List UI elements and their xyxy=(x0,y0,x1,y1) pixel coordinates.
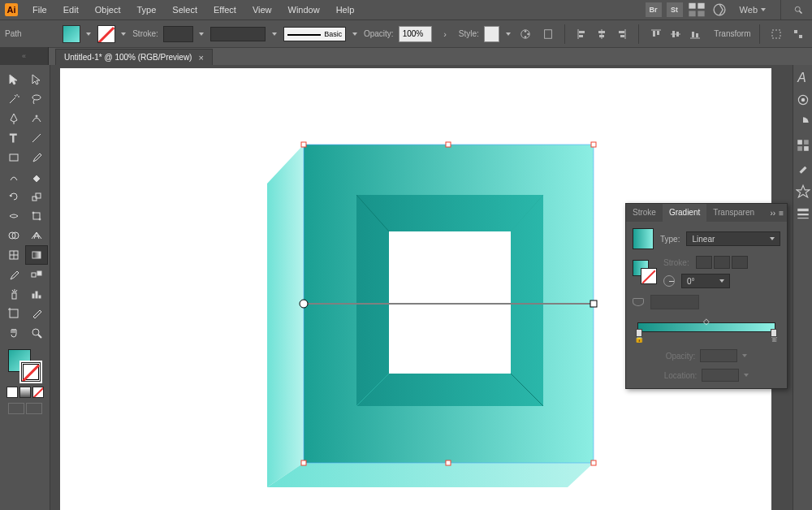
gradient-fill-stroke-toggle[interactable] xyxy=(633,260,657,284)
document-setup-icon[interactable] xyxy=(539,25,556,43)
variable-width-dropdown[interactable] xyxy=(270,32,279,36)
style-dropdown[interactable] xyxy=(504,32,512,36)
transform-label[interactable]: Transform xyxy=(714,29,750,38)
document-tab[interactable]: Untitled-1* @ 100% (RGB/Preview) × xyxy=(55,49,213,65)
stroke-gradient-within[interactable] xyxy=(696,256,712,269)
brush-dropdown[interactable] xyxy=(351,32,359,36)
swatches-panel-icon[interactable] xyxy=(796,138,810,153)
stroke-dropdown[interactable] xyxy=(120,32,128,36)
menu-select[interactable]: Select xyxy=(164,0,205,19)
gradient-slider[interactable]: ◇ xyxy=(637,322,775,332)
gradient-tool[interactable] xyxy=(25,245,48,265)
libraries-panel-icon[interactable] xyxy=(796,93,810,107)
column-graph-tool[interactable] xyxy=(25,284,48,304)
lasso-tool[interactable] xyxy=(25,89,48,109)
blend-tool[interactable] xyxy=(25,265,48,284)
opacity-flyout[interactable]: › xyxy=(437,25,454,43)
free-transform-tool[interactable] xyxy=(25,206,48,226)
tab-stroke[interactable]: Stroke xyxy=(626,204,663,222)
rotate-tool[interactable] xyxy=(2,187,25,206)
stroke-weight-input[interactable] xyxy=(163,26,193,42)
color-panel-icon[interactable] xyxy=(796,115,810,130)
slice-tool[interactable] xyxy=(25,304,48,323)
stroke-panel-icon[interactable] xyxy=(796,206,810,221)
selection-tool[interactable] xyxy=(2,70,25,89)
recolor-artwork-icon[interactable] xyxy=(517,25,534,43)
variable-width-profile[interactable] xyxy=(210,27,266,41)
stroke-gradient-across[interactable] xyxy=(732,256,748,269)
arrange-documents-icon[interactable] xyxy=(688,2,706,17)
menu-edit[interactable]: Edit xyxy=(55,0,87,19)
paintbrush-tool[interactable] xyxy=(25,148,48,167)
menu-view[interactable]: View xyxy=(244,0,280,19)
bridge-button[interactable]: Br xyxy=(646,2,662,17)
stroke-gradient-along[interactable] xyxy=(714,256,730,269)
tab-transparency[interactable]: Transparen xyxy=(706,204,761,222)
menu-help[interactable]: Help xyxy=(328,0,363,19)
properties-panel-icon[interactable]: A xyxy=(796,70,810,84)
align-bottom-icon[interactable] xyxy=(686,25,704,43)
align-right-icon[interactable] xyxy=(612,25,630,43)
panel-expand-icon[interactable]: ›› xyxy=(770,209,775,218)
brushes-panel-icon[interactable] xyxy=(796,161,810,175)
shape-builder-tool[interactable] xyxy=(2,226,25,245)
graphic-style-swatch[interactable] xyxy=(484,26,499,42)
select-similar-icon[interactable] xyxy=(790,25,807,43)
gradient-panel[interactable]: Stroke Gradient Transparen ›› ≡ Type: Li… xyxy=(625,203,788,389)
gradient-stop-start[interactable] xyxy=(636,329,642,337)
stroke-swatch[interactable] xyxy=(97,25,114,43)
scale-tool[interactable] xyxy=(25,187,48,206)
menu-object[interactable]: Object xyxy=(87,0,129,19)
gradient-angle-input[interactable]: 0° xyxy=(681,274,730,288)
direct-selection-tool[interactable] xyxy=(25,70,48,89)
shaper-tool[interactable] xyxy=(2,167,25,187)
change-screen-mode[interactable] xyxy=(26,403,42,414)
type-tool[interactable]: T xyxy=(2,128,25,148)
opacity-input[interactable]: 100% xyxy=(399,26,432,42)
mesh-tool[interactable] xyxy=(2,245,25,265)
zoom-tool[interactable] xyxy=(25,323,48,343)
magic-wand-tool[interactable] xyxy=(2,89,25,109)
curvature-tool[interactable] xyxy=(25,109,48,128)
artboard-tool[interactable] xyxy=(2,304,25,323)
isolate-group-icon[interactable] xyxy=(767,25,784,43)
perspective-grid-tool[interactable] xyxy=(25,226,48,245)
brush-definition[interactable]: Basic xyxy=(283,27,347,41)
search-icon[interactable] xyxy=(789,2,807,17)
align-vcenter-icon[interactable] xyxy=(667,25,685,43)
hand-tool[interactable] xyxy=(2,323,25,343)
gradient-preview[interactable] xyxy=(633,228,654,249)
stock-button[interactable]: St xyxy=(667,2,683,17)
stroke-weight-stepper[interactable] xyxy=(198,32,206,36)
menu-effect[interactable]: Effect xyxy=(205,0,244,19)
eraser-tool[interactable] xyxy=(25,167,48,187)
rectangle-tool[interactable] xyxy=(2,148,25,167)
workspace-switcher[interactable]: Web xyxy=(733,5,772,15)
align-top-icon[interactable] xyxy=(647,25,665,43)
align-left-icon[interactable] xyxy=(573,25,591,43)
align-hcenter-icon[interactable] xyxy=(593,25,611,43)
panel-menu-icon[interactable]: ≡ xyxy=(779,209,784,218)
close-icon[interactable]: × xyxy=(198,53,203,63)
color-mode-solid[interactable] xyxy=(6,387,18,398)
color-mode-gradient[interactable] xyxy=(19,387,31,398)
fill-stroke-indicator[interactable] xyxy=(6,348,44,385)
toolbar-collapse-icon[interactable]: « xyxy=(0,47,49,65)
tab-gradient[interactable]: Gradient xyxy=(663,204,706,222)
fill-dropdown[interactable] xyxy=(85,32,93,36)
gradient-stop-end[interactable] xyxy=(771,329,777,337)
eyedropper-tool[interactable] xyxy=(2,265,25,284)
menu-file[interactable]: File xyxy=(24,0,55,19)
stroke-color-box[interactable] xyxy=(19,361,42,383)
menu-window[interactable]: Window xyxy=(280,0,328,19)
width-tool[interactable] xyxy=(2,206,25,226)
screen-mode-button[interactable] xyxy=(8,403,24,414)
symbol-sprayer-tool[interactable] xyxy=(2,284,25,304)
menu-type[interactable]: Type xyxy=(129,0,165,19)
color-mode-none[interactable] xyxy=(32,387,44,398)
pen-tool[interactable] xyxy=(2,109,25,128)
line-segment-tool[interactable] xyxy=(25,128,48,148)
fill-swatch[interactable] xyxy=(63,25,80,43)
symbols-panel-icon[interactable] xyxy=(796,184,810,198)
gpu-preview-icon[interactable] xyxy=(710,2,728,17)
